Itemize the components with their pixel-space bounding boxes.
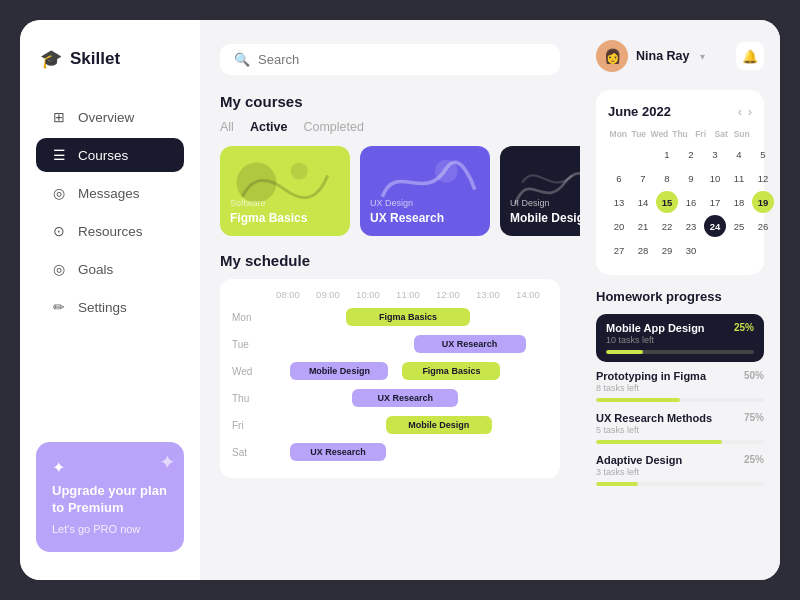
calendar-next-button[interactable]: › — [748, 105, 752, 119]
nav-menu: ⊞Overview☰Courses◎Messages⊙Resources◎Goa… — [36, 100, 184, 328]
cal-day-23[interactable]: 23 — [680, 215, 702, 237]
cal-day-24[interactable]: 24 — [704, 215, 726, 237]
tab-active[interactable]: Active — [250, 120, 288, 134]
sidebar-item-goals[interactable]: ◎Goals — [36, 252, 184, 286]
upgrade-star-icon: ✦ — [52, 458, 168, 477]
card-category-2: UI Design — [510, 198, 580, 208]
card-label-0: Software Figma Basics — [230, 198, 344, 226]
cal-day-name-sat: Sat — [711, 129, 732, 139]
search-bar[interactable]: 🔍 — [220, 44, 560, 75]
cal-day-5[interactable]: 5 — [752, 143, 774, 165]
hw-bar-fill-1 — [596, 398, 680, 402]
cal-day-16[interactable]: 16 — [680, 191, 702, 213]
schedule-block-wed-0: Mobile Design — [290, 362, 388, 380]
hw-percent-3: 25% — [744, 454, 764, 465]
course-tabs: AllActiveCompleted — [220, 120, 560, 134]
schedule-title: My schedule — [220, 252, 560, 269]
sidebar-item-overview[interactable]: ⊞Overview — [36, 100, 184, 134]
track-tue: UX Research — [268, 333, 548, 355]
main-content: 🔍 My courses AllActiveCompleted Software… — [200, 20, 580, 580]
right-panel: 👩 Nina Ray ▾ 🔔 June 2022 ‹ › MonTueWedTh… — [580, 20, 780, 580]
hw-tasks-1: 8 tasks left — [596, 383, 706, 393]
nav-resources-icon: ⊙ — [50, 223, 68, 239]
time-label-12:00: 12:00 — [428, 289, 468, 300]
schedule-block-tue-0: UX Research — [414, 335, 526, 353]
nav-settings-icon: ✏ — [50, 299, 68, 315]
course-card-2[interactable]: UI Design Mobile Design — [500, 146, 580, 236]
calendar-title: June 2022 — [608, 104, 671, 119]
nav-goals-label: Goals — [78, 262, 113, 277]
course-card-1[interactable]: UX Design UX Research — [360, 146, 490, 236]
sidebar-item-courses[interactable]: ☰Courses — [36, 138, 184, 172]
time-header: 08:0009:0010:0011:0012:0013:0014:00 — [232, 289, 548, 300]
cal-day-26[interactable]: 26 — [752, 215, 774, 237]
sidebar-item-messages[interactable]: ◎Messages — [36, 176, 184, 210]
cal-day-19[interactable]: 19 — [752, 191, 774, 213]
hw-tasks-3: 3 tasks left — [596, 467, 682, 477]
cal-day-14[interactable]: 14 — [632, 191, 654, 213]
course-card-0[interactable]: Software Figma Basics — [220, 146, 350, 236]
cal-day-3[interactable]: 3 — [704, 143, 726, 165]
hw-item-2: UX Research Methods 5 tasks left 75% — [596, 412, 764, 444]
hw-percent-1: 50% — [744, 370, 764, 381]
card-name-1: UX Research — [370, 211, 444, 225]
schedule-row-tue: TueUX Research — [232, 333, 548, 355]
cal-day-4[interactable]: 4 — [728, 143, 750, 165]
homework-title: Homework progress — [596, 289, 764, 304]
cal-day-6[interactable]: 6 — [608, 167, 630, 189]
hw-bar-fill-0 — [606, 350, 643, 354]
sidebar-item-resources[interactable]: ⊙Resources — [36, 214, 184, 248]
cal-day-13[interactable]: 13 — [608, 191, 630, 213]
track-sat: UX Research — [268, 441, 548, 463]
cal-day-20[interactable]: 20 — [608, 215, 630, 237]
notification-bell-icon[interactable]: 🔔 — [736, 42, 764, 70]
cal-day-27[interactable]: 27 — [608, 239, 630, 261]
calendar-day-names: MonTueWedThuFriSatSun — [608, 129, 752, 139]
hw-tasks-0: 10 tasks left — [606, 335, 705, 345]
schedule-block-sat-0: UX Research — [290, 443, 385, 461]
hw-tasks-2: 5 tasks left — [596, 425, 712, 435]
cal-day-9[interactable]: 9 — [680, 167, 702, 189]
nav-resources-label: Resources — [78, 224, 143, 239]
cal-day-18[interactable]: 18 — [728, 191, 750, 213]
cal-day-21[interactable]: 21 — [632, 215, 654, 237]
cal-day-name-thu: Thu — [670, 129, 691, 139]
cal-day-28[interactable]: 28 — [632, 239, 654, 261]
cal-day-8[interactable]: 8 — [656, 167, 678, 189]
calendar-nav: ‹ › — [738, 105, 752, 119]
time-label-13:00: 13:00 — [468, 289, 508, 300]
user-info[interactable]: 👩 Nina Ray ▾ — [596, 40, 705, 72]
cal-day-17[interactable]: 17 — [704, 191, 726, 213]
track-fri: Mobile Design — [268, 414, 548, 436]
search-input[interactable] — [258, 52, 546, 67]
cal-day-22[interactable]: 22 — [656, 215, 678, 237]
sidebar-item-settings[interactable]: ✏Settings — [36, 290, 184, 324]
cal-day-25[interactable]: 25 — [728, 215, 750, 237]
cal-day-30[interactable]: 30 — [680, 239, 702, 261]
cal-day-29[interactable]: 29 — [656, 239, 678, 261]
user-name: Nina Ray — [636, 49, 690, 63]
hw-percent-2: 75% — [744, 412, 764, 423]
cal-day-7[interactable]: 7 — [632, 167, 654, 189]
tab-completed[interactable]: Completed — [303, 120, 363, 134]
cal-day-name-mon: Mon — [608, 129, 629, 139]
calendar-prev-button[interactable]: ‹ — [738, 105, 742, 119]
cal-day-name-sun: Sun — [731, 129, 752, 139]
cal-day-15[interactable]: 15 — [656, 191, 678, 213]
svg-point-2 — [435, 160, 458, 183]
card-deco-2 — [508, 154, 580, 204]
upgrade-deco-icon: ✦ — [159, 450, 176, 474]
user-header: 👩 Nina Ray ▾ 🔔 — [596, 40, 764, 72]
tab-all[interactable]: All — [220, 120, 234, 134]
schedule-grid: 08:0009:0010:0011:0012:0013:0014:00 MonF… — [220, 279, 560, 478]
schedule-row-fri: FriMobile Design — [232, 414, 548, 436]
card-name-2: Mobile Design — [510, 211, 580, 225]
cal-day-2[interactable]: 2 — [680, 143, 702, 165]
cal-day-1[interactable]: 1 — [656, 143, 678, 165]
cal-day-11[interactable]: 11 — [728, 167, 750, 189]
cal-day-10[interactable]: 10 — [704, 167, 726, 189]
logo-icon: 🎓 — [40, 48, 62, 70]
upgrade-banner[interactable]: ✦ ✦ Upgrade your plan to Premium Let's g… — [36, 442, 184, 552]
avatar: 👩 — [596, 40, 628, 72]
cal-day-12[interactable]: 12 — [752, 167, 774, 189]
